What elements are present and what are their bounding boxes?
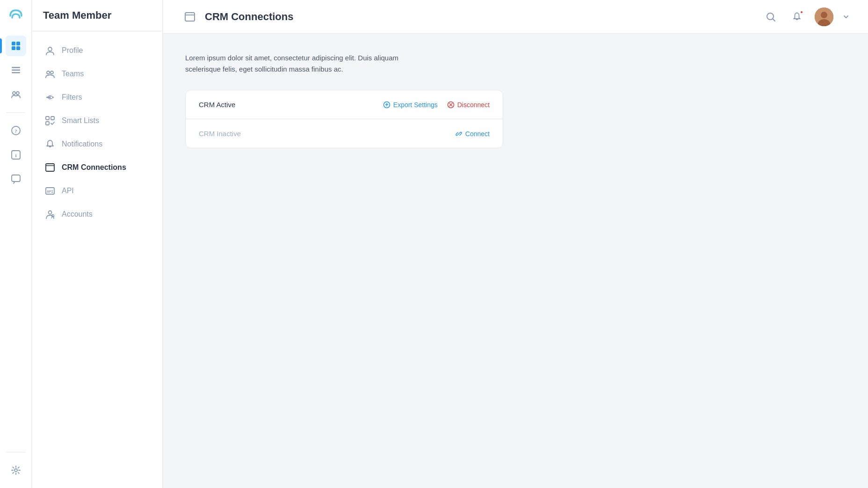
svg-rect-3 [16,46,20,50]
svg-point-17 [51,71,53,74]
svg-rect-27 [46,164,54,171]
sidebar-item-accounts[interactable]: Accounts [32,203,162,226]
sidebar-label-smart-lists: Smart Lists [62,117,99,125]
topbar: CRM Connections [163,0,868,34]
svg-rect-33 [185,13,195,21]
page-description: Lorem ipsum dolor sit amet, consectetur … [185,52,410,75]
svg-rect-25 [51,117,54,120]
svg-rect-1 [16,42,20,45]
chat-nav-icon[interactable] [6,169,26,189]
svg-point-15 [48,47,52,51]
help-nav-icon[interactable]: ? [6,120,26,141]
notification-dot [800,10,803,14]
crm-inactive-actions: Connect [455,130,490,138]
user-avatar[interactable] [815,7,833,26]
list-nav-icon[interactable] [6,60,26,80]
teams-icon [45,69,55,79]
topbar-left: CRM Connections [181,8,293,25]
svg-rect-13 [12,175,20,182]
crm-active-label: CRM Active [199,101,235,109]
svg-point-14 [14,469,17,472]
sidebar-label-notifications: Notifications [62,140,102,148]
settings-nav-icon[interactable] [6,460,26,481]
svg-rect-26 [46,122,49,125]
svg-rect-4 [12,67,20,68]
svg-rect-5 [12,70,20,71]
sidebar-label-teams: Teams [62,70,84,78]
svg-point-7 [13,92,15,95]
svg-rect-24 [46,117,49,120]
accounts-icon [45,209,55,219]
notification-bell-button[interactable] [788,8,805,25]
topbar-right [762,7,849,26]
svg-point-38 [821,12,827,18]
search-button[interactable] [762,8,779,25]
disconnect-button[interactable]: Disconnect [447,101,490,109]
svg-text:i: i [15,153,16,158]
page-body: Lorem ipsum dolor sit amet, consectetur … [163,34,868,488]
crm-active-actions: Export Settings Disconnect [383,101,490,109]
connect-label: Connect [465,130,490,138]
svg-rect-6 [12,72,20,73]
sidebar-menu: Profile Teams [32,31,162,233]
sidebar-divider-1 [7,112,25,113]
svg-point-31 [49,211,52,214]
svg-line-45 [458,133,459,134]
profile-icon [45,45,55,56]
sidebar-item-profile[interactable]: Profile [32,39,162,62]
export-settings-button[interactable]: Export Settings [383,101,438,109]
sidebar-label-crm-connections: CRM Connections [62,163,126,172]
smart-lists-icon [45,116,55,126]
api-icon: API [45,186,55,196]
sidebar-item-teams[interactable]: Teams [32,62,162,86]
filters-icon [45,92,55,102]
user-menu-chevron[interactable] [843,14,849,20]
svg-point-8 [16,92,19,95]
nav-sidebar: Team Member Profile [32,0,163,488]
sidebar-label-filters: Filters [62,93,82,102]
main-content: CRM Connections [163,0,868,488]
crm-table: CRM Active Export Settings [185,90,503,148]
crm-active-row: CRM Active Export Settings [186,90,503,119]
sidebar-item-smart-lists[interactable]: Smart Lists [32,109,162,132]
notifications-icon [45,139,55,149]
svg-rect-2 [12,46,15,50]
sidebar-item-api[interactable]: API API [32,179,162,203]
svg-line-36 [773,19,775,21]
sidebar-item-notifications[interactable]: Notifications [32,132,162,156]
svg-rect-0 [12,42,15,45]
dashboard-nav-icon[interactable] [6,36,26,56]
crm-inactive-label: CRM Inactive [199,130,241,138]
svg-text:?: ? [14,128,17,134]
app-logo[interactable] [7,7,24,24]
topbar-page-icon [181,8,198,25]
icon-sidebar: ? i [0,0,32,488]
crm-inactive-row: CRM Inactive Connect [186,119,503,148]
sidebar-divider-2 [7,452,25,452]
sidebar-label-api: API [62,187,74,195]
sidebar-label-accounts: Accounts [62,210,93,219]
sidebar-item-filters[interactable]: Filters [32,86,162,109]
group-nav-icon[interactable] [6,84,26,105]
connect-button[interactable]: Connect [455,130,490,138]
sidebar-item-crm-connections[interactable]: CRM Connections [32,156,162,179]
sidebar-title: Team Member [32,0,162,31]
export-settings-label: Export Settings [393,101,438,109]
crm-connections-icon [45,162,55,173]
topbar-title: CRM Connections [205,11,293,23]
sidebar-label-profile: Profile [62,46,83,55]
svg-point-16 [47,71,50,74]
disconnect-label: Disconnect [457,101,490,109]
svg-point-23 [51,96,52,98]
info-nav-icon[interactable]: i [6,145,26,165]
svg-text:API: API [47,189,53,194]
